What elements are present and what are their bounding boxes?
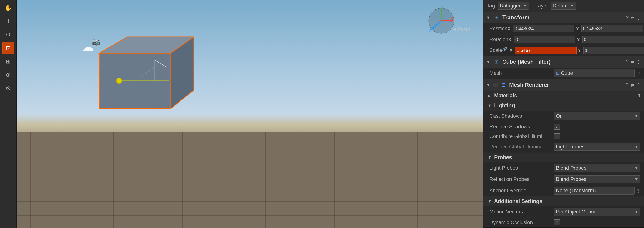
cube-object[interactable] [97, 35, 194, 111]
cast-shadows-row: Cast Shadows On ▼ [483, 110, 644, 122]
dynamic-occlusion-checkbox[interactable]: ✓ [554, 219, 560, 225]
reflection-probes-dropdown[interactable]: Blend Probes ▼ [554, 175, 640, 183]
transform-icon: ⊞ [493, 14, 500, 21]
mesh-select-icon[interactable]: ◎ [636, 70, 640, 76]
layer-dropdown-arrow: ▼ [570, 4, 574, 8]
svg-text:Y: Y [442, 7, 444, 10]
mesh-value-field[interactable]: ⊞ Cube [554, 69, 634, 77]
mesh-renderer-icon: ⊡ [500, 81, 507, 88]
anchor-override-value: None (Transform) [556, 188, 596, 194]
motion-vectors-value: Per Object Motion [556, 209, 596, 215]
mesh-value-icon: ⊞ [556, 71, 560, 76]
toolbar: ✋ ✛ ↺ ⊡ ⊞ ⊕ ⊗ [0, 0, 16, 228]
mesh-filter-settings-icon[interactable]: ⇌ [630, 59, 634, 65]
probes-title: Probes [494, 154, 512, 161]
mesh-filter-icon: ⊞ [493, 58, 500, 65]
reflection-probes-value: Blend Probes [556, 176, 586, 182]
light-probes-value: Blend Probes [556, 165, 586, 171]
scene-view[interactable]: ☁ 📷 [16, 0, 483, 228]
ground-grid [16, 132, 483, 228]
tag-dropdown-arrow: ▼ [523, 4, 527, 8]
mesh-renderer-enable-checkbox[interactable]: ✓ [493, 83, 498, 87]
scale-x-input[interactable] [515, 47, 576, 54]
anchor-override-row: Anchor Override None (Transform) ◎ [483, 185, 644, 196]
receive-gi-row: Receive Global Illumina Light Probes ▼ [483, 141, 644, 153]
additional-settings-section[interactable]: ▼ Additional Settings [483, 196, 644, 206]
move-tool-button[interactable]: ✛ [2, 15, 14, 27]
motion-vectors-arrow: ▼ [634, 210, 638, 214]
transform-help-icon[interactable]: ? [626, 15, 628, 20]
position-x-input[interactable] [513, 25, 574, 32]
mesh-filter-component: ▼ ⊞ Cube (Mesh Filter) ? ⇌ ⋮ Mesh ⊞ Cube… [483, 56, 644, 79]
position-row: Position X Y Z [483, 23, 644, 34]
materials-count: 1 [638, 93, 641, 99]
anchor-override-label: Anchor Override [490, 188, 554, 194]
mesh-prop-row: Mesh ⊞ Cube ◎ [483, 68, 644, 79]
anchor-override-field[interactable]: None (Transform) [554, 187, 634, 194]
mesh-renderer-component: ▼ ✓ ⊡ Mesh Renderer ? ⇌ ⋮ ▶ Materials 1 … [483, 79, 644, 227]
position-y-input[interactable] [581, 25, 643, 32]
materials-section[interactable]: ▶ Materials 1 [483, 91, 644, 101]
rotation-y-input[interactable] [582, 36, 644, 43]
scale-fields: 🔗 X Y Z [502, 47, 644, 54]
mesh-filter-collapse-arrow: ▼ [486, 60, 491, 64]
rotation-y-field: Y [577, 36, 644, 43]
position-y-axis: Y [576, 26, 580, 31]
scale-y-field: Y [578, 47, 644, 54]
transform-tool-button[interactable]: ⊕ [2, 69, 14, 81]
additional-settings-title: Additional Settings [494, 198, 542, 204]
mesh-filter-help-icon[interactable]: ? [626, 59, 628, 65]
receive-shadows-checkbox[interactable]: ✓ [554, 124, 560, 130]
reflection-probes-label: Reflection Probes [490, 176, 554, 182]
transform-settings-icon[interactable]: ⇌ [630, 15, 634, 20]
materials-title: Materials [494, 92, 517, 99]
motion-vectors-row: Motion Vectors Per Object Motion ▼ [483, 206, 644, 218]
transform-menu-icon[interactable]: ⋮ [636, 15, 641, 20]
contribute-gi-checkbox[interactable] [554, 133, 560, 139]
light-probes-label: Light Probes [490, 165, 554, 171]
lighting-section[interactable]: ▼ Lighting [483, 101, 644, 110]
persp-label: ◄ Persp [452, 27, 470, 32]
light-probes-dropdown[interactable]: Blend Probes ▼ [554, 164, 640, 172]
scale-x-axis: X [510, 48, 514, 53]
mesh-filter-header[interactable]: ▼ ⊞ Cube (Mesh Filter) ? ⇌ ⋮ [483, 56, 644, 68]
position-x-field: X [508, 25, 574, 32]
contribute-gi-row: Contribute Global Illumi [483, 132, 644, 141]
cast-shadows-value: On [556, 113, 563, 119]
scale-tool-button[interactable]: ⊞ [2, 55, 14, 67]
scale-row: Scale 🔗 X Y Z [483, 45, 644, 56]
position-y-field: Y [576, 25, 643, 32]
tag-label: Tag [487, 3, 495, 9]
scale-y-input[interactable] [584, 47, 644, 54]
tag-dropdown[interactable]: Untagged ▼ [498, 2, 528, 10]
receive-gi-dropdown[interactable]: Light Probes ▼ [554, 143, 640, 151]
rotate-tool-button[interactable]: ↺ [2, 29, 14, 41]
scale-lock-icon[interactable]: 🔗 [502, 47, 507, 54]
motion-vectors-dropdown[interactable]: Per Object Motion ▼ [554, 208, 640, 216]
rotation-fields: X Y Z [508, 36, 644, 43]
transform-header[interactable]: ▼ ⊞ Transform ? ⇌ ⋮ [483, 12, 644, 23]
anchor-select-icon[interactable]: ◎ [636, 188, 640, 193]
custom-tool-button[interactable]: ⊗ [2, 82, 14, 94]
rotation-x-input[interactable] [514, 36, 575, 43]
mesh-filter-menu-icon[interactable]: ⋮ [636, 59, 641, 65]
mesh-value-text: Cube [561, 70, 573, 76]
scene-gizmo[interactable]: Y X Z [428, 7, 455, 35]
rect-tool-button[interactable]: ⊡ [2, 42, 14, 54]
cast-shadows-dropdown[interactable]: On ▼ [554, 112, 640, 120]
mesh-renderer-help-icon[interactable]: ? [626, 82, 628, 88]
mesh-renderer-menu-icon[interactable]: ⋮ [636, 82, 641, 88]
layer-dropdown[interactable]: Default ▼ [551, 2, 576, 10]
mesh-renderer-settings-icon[interactable]: ⇌ [630, 82, 634, 88]
mesh-renderer-header[interactable]: ▼ ✓ ⊡ Mesh Renderer ? ⇌ ⋮ [483, 79, 644, 91]
probes-section[interactable]: ▼ Probes [483, 153, 644, 162]
inspector-panel: Tag Untagged ▼ Layer Default ▼ ▼ ⊞ Trans… [483, 0, 644, 228]
rotation-row: Rotation X Y Z [483, 34, 644, 45]
receive-gi-arrow: ▼ [634, 145, 638, 149]
transform-title: Transform [502, 14, 624, 21]
reflection-probes-row: Reflection Probes Blend Probes ▼ [483, 174, 644, 185]
scene-menu-button[interactable]: ⋮⋮ [449, 2, 462, 10]
cast-shadows-arrow: ▼ [634, 114, 638, 118]
hand-tool-button[interactable]: ✋ [2, 2, 14, 14]
light-probes-row: Light Probes Blend Probes ▼ [483, 162, 644, 174]
